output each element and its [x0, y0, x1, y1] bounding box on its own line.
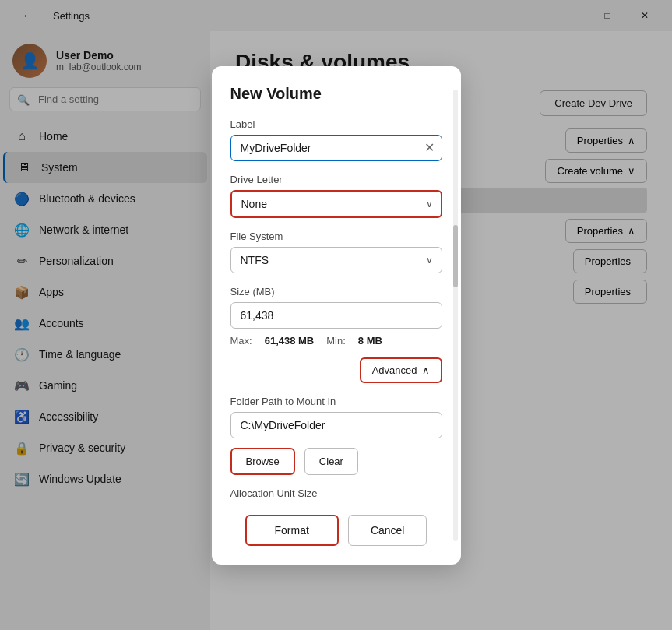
new-volume-dialog: New Volume Label ✕ Drive Letter None ∨ F… [212, 66, 461, 565]
clear-path-button[interactable]: Clear [304, 448, 358, 475]
drive-letter-select-wrapper: None ∨ [230, 190, 442, 218]
dialog-footer: Format Cancel [230, 515, 442, 546]
file-system-field-label: File System [230, 231, 442, 242]
size-max-value: 61,438 MB [265, 335, 315, 347]
scrollbar-thumb[interactable] [453, 225, 458, 287]
label-clear-button[interactable]: ✕ [424, 142, 435, 154]
cancel-button[interactable]: Cancel [348, 515, 427, 546]
file-system-select[interactable]: NTFS [230, 247, 442, 273]
label-input[interactable] [230, 135, 442, 161]
label-input-wrapper: ✕ [230, 135, 442, 161]
folder-path-input[interactable] [230, 412, 442, 438]
drive-letter-select[interactable]: None [230, 190, 442, 218]
dialog-title: New Volume [230, 85, 442, 103]
label-field-label: Label [230, 118, 442, 130]
size-input[interactable] [230, 302, 442, 329]
size-max-label: Max: [230, 335, 252, 347]
size-hints: Max: 61,438 MB Min: 8 MB [230, 335, 442, 347]
file-system-select-wrapper: NTFS ∨ [230, 247, 442, 273]
drive-letter-field-label: Drive Letter [230, 174, 442, 185]
dialog-overlay: New Volume Label ✕ Drive Letter None ∨ F… [0, 0, 672, 630]
scrollbar-track[interactable] [453, 90, 458, 541]
size-min-value: 8 MB [358, 335, 382, 347]
browse-button[interactable]: Browse [230, 448, 295, 475]
alloc-unit-label: Allocation Unit Size [230, 487, 442, 499]
format-button[interactable]: Format [245, 515, 339, 546]
browse-clear-row: Browse Clear [230, 448, 442, 475]
advanced-label: Advanced [372, 364, 417, 376]
size-min-label: Min: [326, 335, 346, 347]
size-field-label: Size (MB) [230, 286, 442, 297]
advanced-button[interactable]: Advanced ∧ [360, 357, 442, 383]
advanced-chevron-icon: ∧ [422, 364, 430, 376]
folder-path-label: Folder Path to Mount In [230, 396, 442, 407]
